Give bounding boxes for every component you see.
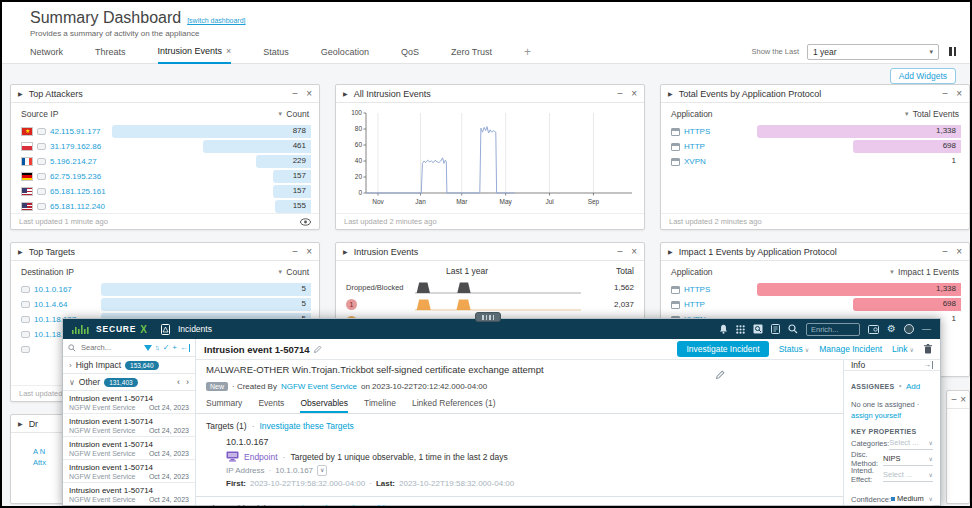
categories-select[interactable]: Select ...∨ (889, 437, 933, 450)
table-row[interactable]: 10.1.0.167 5 (19, 283, 311, 296)
table-row[interactable]: Dropped/Blocked 1,562 (336, 279, 644, 296)
table-row[interactable]: HTTPS 1,338 (669, 283, 961, 296)
expand-icon[interactable]: ▶ (668, 248, 673, 255)
expand-icon[interactable]: ▶ (18, 248, 23, 255)
source-ip-link[interactable]: 31.179.162.86 (50, 142, 101, 151)
disc-method-select[interactable]: NIPS∨ (883, 453, 933, 466)
destination-ip-link[interactable]: 10.1.0.167 (34, 285, 72, 294)
collapse-panel-icon[interactable]: ← (180, 344, 190, 352)
minimize-icon[interactable]: − (617, 247, 623, 257)
status-dropdown[interactable]: Status∨ (779, 344, 810, 354)
filter-icon[interactable] (144, 345, 152, 351)
list-item[interactable]: Intrusion event 1-50714 NGFW Event Servi… (63, 414, 195, 437)
table-row[interactable]: 10.1.4.64 5 (19, 298, 311, 311)
table-row[interactable]: 1 2,037 (336, 296, 644, 313)
gear-icon[interactable]: ⚙ (887, 324, 896, 334)
trash-icon[interactable] (924, 344, 932, 354)
source-ip-link[interactable]: 62.75.195.236 (50, 172, 101, 181)
tab-network[interactable]: Network (30, 40, 63, 64)
table-row[interactable]: HTTP 698 (669, 298, 961, 311)
document-search-icon[interactable] (753, 324, 763, 334)
list-item[interactable]: Intrusion event 1-50714 NGFW Event Servi… (63, 391, 195, 414)
endpoint-link[interactable]: Endpoint (244, 452, 278, 462)
table-row[interactable]: 31.179.162.86 461 (19, 140, 311, 153)
close-icon[interactable]: × (956, 89, 962, 99)
add-assignee-link[interactable]: Add (906, 382, 920, 391)
close-icon[interactable]: × (960, 395, 966, 405)
document-report-icon[interactable] (771, 324, 780, 334)
list-item[interactable]: Intrusion event 1-50714 NGFW Event Servi… (63, 437, 195, 460)
search-icon[interactable] (788, 324, 798, 334)
table-row[interactable]: 65.181.112.240 155 (19, 200, 311, 213)
notifications-bell-icon[interactable] (719, 324, 728, 334)
column-count[interactable]: Count (286, 109, 309, 119)
search-input[interactable] (79, 342, 141, 353)
column-application[interactable]: Application (671, 267, 713, 277)
close-icon[interactable]: × (306, 247, 312, 257)
source-ip-link[interactable]: 5.196.214.27 (50, 157, 97, 166)
table-row[interactable]: 62.75.195.236 157 (19, 170, 311, 183)
application-link[interactable]: HTTP (684, 300, 705, 309)
close-icon[interactable]: × (956, 247, 962, 257)
edit-pencil-icon[interactable] (314, 345, 322, 353)
application-link[interactable]: HTTPS (684, 285, 710, 294)
add-tab-button[interactable]: + (524, 40, 531, 64)
table-row[interactable]: 5.196.214.27 229 (19, 155, 311, 168)
table-row[interactable]: XVPN 1 (669, 155, 961, 168)
source-ip-link[interactable]: 65.181.112.240 (50, 202, 105, 211)
destination-ip-link[interactable]: 10.1.4.64 (34, 300, 67, 309)
collapse-panel-icon[interactable]: → (923, 361, 933, 369)
column-count[interactable]: Count (286, 267, 309, 277)
tab-summary[interactable]: Summary (206, 398, 242, 413)
column-application[interactable]: Application (671, 109, 713, 119)
tab-intrusion-events[interactable]: Intrusion Events × (158, 40, 232, 64)
list-item[interactable]: Intrusion event 1-50714 NGFW Event Servi… (63, 460, 195, 483)
application-link[interactable]: HTTP (684, 142, 705, 151)
table-row[interactable]: 65.181.125.161 157 (19, 185, 311, 198)
column-total-events[interactable]: Total Events (913, 109, 959, 119)
close-icon[interactable]: × (631, 89, 637, 99)
close-icon[interactable]: × (306, 89, 312, 99)
expand-icon[interactable]: ▶ (18, 90, 23, 97)
link-dropdown[interactable]: Link∨ (892, 344, 914, 354)
minimize-icon[interactable]: − (292, 247, 298, 257)
sort-icon[interactable]: ↑↓ (155, 344, 158, 351)
manage-incident-link[interactable]: Manage Incident (819, 344, 882, 354)
prev-page-icon[interactable]: ‹ (177, 377, 180, 387)
minimize-window-icon[interactable]: — (922, 325, 931, 334)
minimize-icon[interactable]: − (292, 89, 298, 99)
expand-icon[interactable]: ▶ (343, 90, 348, 97)
tab-status[interactable]: Status (263, 40, 289, 64)
column-impact1-events[interactable]: Impact 1 Events (898, 267, 959, 277)
enrich-input[interactable] (806, 323, 860, 336)
source-ip-link[interactable]: 65.181.125.161 (50, 187, 106, 196)
select-check-icon[interactable]: ✓ (163, 344, 170, 352)
expand-icon[interactable]: ▶ (18, 420, 23, 427)
confidence-select[interactable]: Medium∨ (891, 493, 933, 506)
investigate-targets-link[interactable]: Investigate these Targets (259, 421, 353, 431)
tab-zero-trust[interactable]: Zero Trust (451, 40, 492, 64)
application-link[interactable]: HTTPS (684, 127, 710, 136)
column-destination-ip[interactable]: Destination IP (21, 267, 74, 277)
time-range-select[interactable]: 1 year ▾ (807, 44, 939, 60)
panel-search-icon[interactable] (868, 325, 879, 334)
add-icon[interactable]: + (172, 344, 177, 352)
table-row[interactable]: HTTP 698 (669, 140, 961, 153)
assign-yourself-link[interactable]: assign yourself (851, 411, 933, 420)
table-row[interactable]: 42.115.91.177 878 (19, 125, 311, 138)
tab-events[interactable]: Events (258, 398, 284, 413)
window-drag-handle[interactable] (475, 312, 501, 322)
edit-pencil-icon[interactable] (716, 370, 725, 379)
next-page-icon[interactable]: › (186, 377, 189, 387)
minimize-icon[interactable]: − (942, 89, 948, 99)
minimize-icon[interactable]: − (617, 89, 623, 99)
expand-icon[interactable]: ▶ (668, 90, 673, 97)
expand-icon[interactable]: ▶ (343, 248, 348, 255)
close-tab-icon[interactable]: × (226, 46, 231, 56)
tab-linked-references[interactable]: Linked References (1) (412, 398, 496, 413)
add-widgets-button[interactable]: Add Widgets (890, 68, 956, 84)
apps-grid-icon[interactable] (736, 325, 745, 334)
created-by-link[interactable]: NGFW Event Service (281, 382, 357, 391)
application-link[interactable]: XVPN (684, 157, 706, 166)
eye-icon[interactable] (300, 218, 311, 226)
